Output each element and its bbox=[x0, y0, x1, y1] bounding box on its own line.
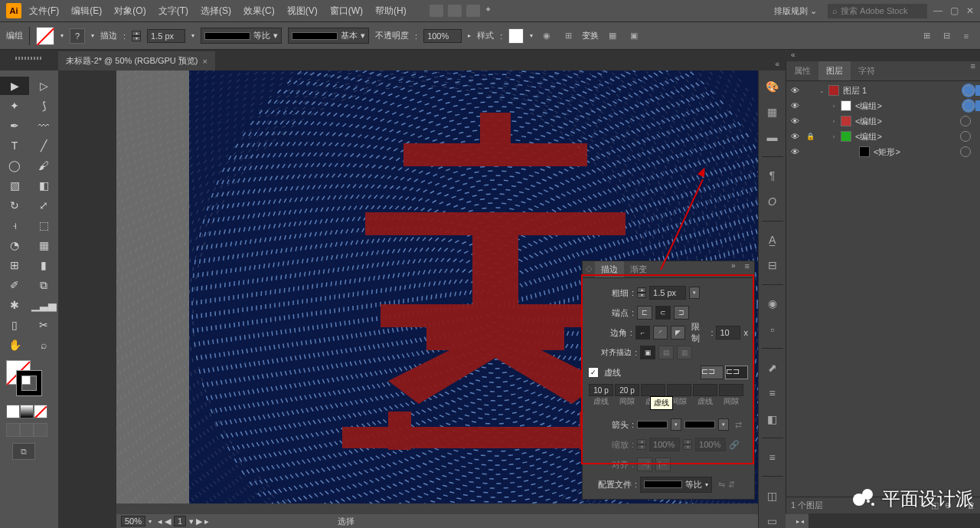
rotate-tool[interactable]: ↻ bbox=[0, 196, 29, 215]
shaper-tool[interactable]: ▧ bbox=[0, 176, 29, 195]
swatches-panel-icon[interactable]: ▦ bbox=[764, 105, 781, 118]
draw-behind[interactable] bbox=[20, 423, 34, 437]
menu-icon[interactable]: ≡ bbox=[959, 28, 974, 44]
color-mode-none[interactable] bbox=[34, 405, 47, 418]
arrange-icon[interactable] bbox=[466, 5, 480, 17]
corner-miter[interactable]: ⌐ bbox=[635, 326, 650, 339]
stock-icon[interactable] bbox=[448, 5, 462, 17]
arrow-end-dd[interactable]: ▾ bbox=[718, 418, 729, 431]
paragraph-panel-icon[interactable]: ⊟ bbox=[764, 259, 781, 272]
scale-tool[interactable]: ⤢ bbox=[29, 196, 58, 215]
pen-tool[interactable]: ✒ bbox=[0, 116, 29, 135]
target-icon[interactable] bbox=[960, 116, 971, 126]
color-mode-solid[interactable] bbox=[6, 405, 20, 418]
stroke-panel-icon[interactable]: ≡ bbox=[764, 451, 781, 464]
type-tool[interactable]: T bbox=[0, 136, 29, 155]
ellipse-tool[interactable]: ◯ bbox=[0, 156, 29, 175]
disclosure-icon[interactable]: › bbox=[829, 103, 838, 110]
style-swatch[interactable] bbox=[508, 28, 524, 44]
lasso-tool[interactable]: ⟆ bbox=[29, 97, 58, 115]
stroke-weight-stepper[interactable]: ▴▾ bbox=[132, 31, 141, 41]
setup-icon[interactable]: ⊞ bbox=[919, 28, 934, 44]
target-icon[interactable] bbox=[960, 131, 971, 142]
close-tab-icon[interactable]: × bbox=[203, 57, 207, 66]
swap-arrows-icon[interactable]: ⇄ bbox=[735, 420, 742, 430]
window-close[interactable]: ✕ bbox=[966, 5, 974, 16]
symbols-panel-icon[interactable]: ¶ bbox=[764, 169, 781, 182]
free-transform-tool[interactable]: ⬚ bbox=[29, 216, 58, 234]
gap-2[interactable] bbox=[667, 384, 691, 396]
character-panel-icon[interactable]: A̲ bbox=[764, 233, 781, 246]
artboard-nav[interactable]: ◂ ◀ 1 ▾ ▶ ▸ bbox=[158, 516, 209, 526]
layer-name[interactable]: <编组> bbox=[854, 131, 959, 143]
corner-round[interactable]: ◜ bbox=[653, 326, 668, 339]
visibility-toggle[interactable]: 👁 bbox=[786, 101, 803, 110]
menu-edit[interactable]: 编辑(E) bbox=[67, 5, 106, 18]
target-icon[interactable] bbox=[963, 85, 974, 96]
window-minimize[interactable]: — bbox=[933, 5, 942, 16]
draw-normal[interactable] bbox=[6, 423, 20, 437]
magic-wand-tool[interactable]: ✦ bbox=[0, 97, 29, 115]
weight-stepper[interactable]: ▴▾ bbox=[637, 287, 646, 298]
fill-swatch[interactable] bbox=[36, 27, 54, 45]
align-panel-icon[interactable]: ≡ bbox=[764, 387, 781, 400]
opentype-panel-icon[interactable]: O bbox=[764, 195, 781, 208]
cap-round[interactable]: ⊂ bbox=[655, 306, 671, 320]
color-mode-gradient[interactable] bbox=[20, 405, 34, 418]
gap-3[interactable] bbox=[719, 384, 743, 396]
transform-label[interactable]: 变换 bbox=[582, 30, 599, 41]
mesh-tool[interactable]: ⊞ bbox=[0, 256, 29, 274]
weight-dd[interactable]: ▾ bbox=[689, 287, 700, 299]
zoom-tool[interactable]: ⌕ bbox=[29, 336, 58, 354]
hand-tool[interactable]: ✋ bbox=[0, 336, 29, 354]
document-tab[interactable]: 未标题-2* @ 50% (RGB/GPU 预览) × bbox=[58, 51, 215, 71]
menu-help[interactable]: 帮助(H) bbox=[371, 5, 411, 18]
horizontal-scrollbar[interactable] bbox=[116, 503, 808, 514]
blend-tool[interactable]: ⧉ bbox=[29, 276, 58, 294]
stroke-variable-dd[interactable]: 等比 ▾ bbox=[201, 28, 282, 44]
dash-2[interactable] bbox=[641, 384, 665, 396]
line-tool[interactable]: ╱ bbox=[29, 136, 58, 155]
visibility-toggle[interactable]: 👁 bbox=[786, 132, 803, 141]
zoom-input[interactable]: 50% bbox=[121, 516, 145, 526]
layer-name[interactable]: <编组> bbox=[854, 100, 962, 112]
disclosure-icon[interactable]: › bbox=[829, 118, 838, 125]
arrow-end-preview[interactable] bbox=[684, 421, 715, 428]
dash-align-corners[interactable]: ⊏⊐ bbox=[725, 366, 748, 379]
menu-object[interactable]: 对象(O) bbox=[109, 5, 150, 18]
tab-layers[interactable]: 图层 bbox=[818, 61, 851, 80]
width-tool[interactable]: ⫞ bbox=[0, 216, 29, 234]
tab-properties[interactable]: 属性 bbox=[786, 61, 818, 80]
recolor-icon[interactable]: ◉ bbox=[539, 28, 554, 44]
graphic-styles-panel-icon[interactable]: ▫ bbox=[764, 323, 781, 336]
crop-icon[interactable]: ▣ bbox=[626, 28, 642, 44]
layer-row[interactable]: 👁 › <编组> bbox=[786, 98, 980, 113]
eraser-tool[interactable]: ◧ bbox=[29, 176, 58, 195]
artboard-tool[interactable]: ▯ bbox=[0, 316, 29, 334]
target-icon[interactable] bbox=[963, 100, 974, 111]
window-maximize[interactable]: ▢ bbox=[950, 5, 959, 16]
shape-builder-tool[interactable]: ◔ bbox=[0, 236, 29, 254]
workspace-selector[interactable]: 排版规则 ⌄ bbox=[769, 4, 822, 18]
menu-view[interactable]: 视图(V) bbox=[283, 5, 322, 18]
menu-select[interactable]: 选择(S) bbox=[196, 5, 236, 18]
panel-collapse-icon[interactable]: » bbox=[727, 261, 740, 277]
dash-3[interactable] bbox=[693, 384, 717, 396]
dashed-checkbox[interactable]: ✓ bbox=[589, 368, 598, 377]
slice-tool[interactable]: ✂ bbox=[29, 316, 58, 334]
layer-name[interactable]: <矩形> bbox=[872, 146, 959, 158]
stroke-weight-input[interactable] bbox=[147, 29, 185, 43]
transparency-panel-icon[interactable]: ◫ bbox=[764, 489, 781, 502]
limit-input[interactable] bbox=[716, 326, 740, 339]
paintbrush-tool[interactable]: 🖌 bbox=[29, 156, 58, 175]
opacity-input[interactable] bbox=[423, 29, 462, 43]
lock-toggle[interactable]: 🔒 bbox=[803, 133, 817, 140]
cap-projecting[interactable]: ⊐ bbox=[674, 306, 689, 320]
draw-inside[interactable] bbox=[34, 423, 47, 437]
direct-selection-tool[interactable]: ▷ bbox=[29, 77, 58, 95]
target-icon[interactable] bbox=[960, 146, 971, 157]
symbol-sprayer-tool[interactable]: ✱ bbox=[0, 296, 29, 314]
selection-tool[interactable]: ▶ bbox=[0, 77, 29, 95]
arrow-start-dd[interactable]: ▾ bbox=[671, 418, 681, 431]
help-fill[interactable]: ? bbox=[70, 28, 85, 44]
